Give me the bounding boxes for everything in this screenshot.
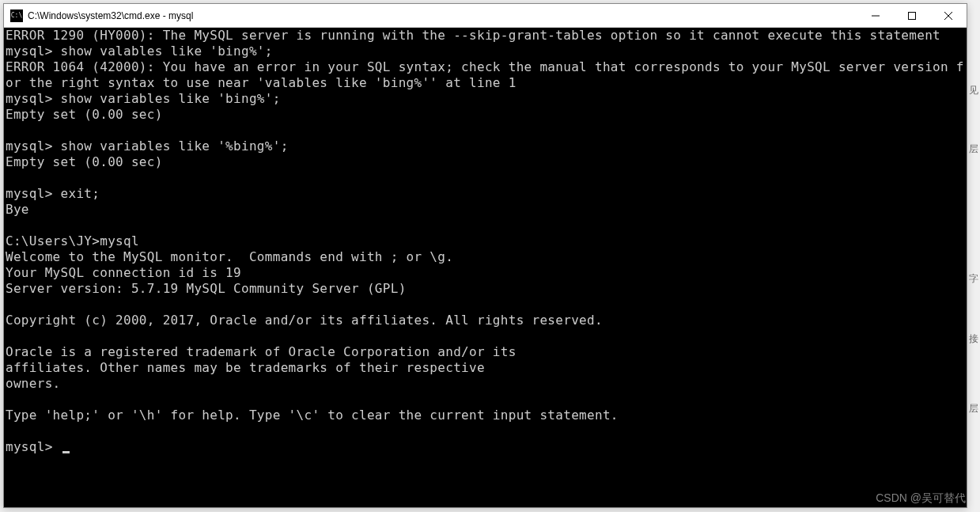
terminal-line: Copyright (c) 2000, 2017, Oracle and/or … [6,313,965,328]
terminal-line: ERROR 1064 (42000): You have an error in… [6,59,965,91]
terminal-line: owners. [6,376,965,392]
cmd-icon: C:\ [10,9,23,22]
terminal-line [6,423,965,439]
terminal-line: mysql> show variables like '%bing%'; [6,138,965,154]
terminal-line: mysql> [6,439,965,455]
terminal-line: mysql> show variables like 'bing%'; [6,91,965,107]
window-title: C:\Windows\system32\cmd.exe - mysql [28,10,857,21]
terminal-line: mysql> show valables like 'bing%'; [6,44,965,59]
terminal-line: Oracle is a registered trademark of Orac… [6,344,965,360]
terminal-line: Empty set (0.00 sec) [6,154,965,170]
terminal-line [6,123,965,138]
terminal-line: Your MySQL connection id is 19 [6,265,965,281]
terminal-line [6,297,965,313]
cursor [62,451,70,453]
terminal-line: affiliates. Other names may be trademark… [6,360,965,376]
terminal-line [6,218,965,233]
cmd-window: C:\ C:\Windows\system32\cmd.exe - mysql … [3,3,967,508]
minimize-icon [872,12,880,20]
svg-rect-1 [909,12,916,19]
minimize-button[interactable] [857,4,894,27]
terminal-line: Server version: 5.7.19 MySQL Community S… [6,281,965,297]
maximize-button[interactable] [894,4,930,27]
terminal-line: mysql> exit; [6,186,965,202]
terminal-line: Welcome to the MySQL monitor. Commands e… [6,249,965,265]
terminal-line [6,392,965,408]
titlebar[interactable]: C:\ C:\Windows\system32\cmd.exe - mysql [4,4,967,28]
terminal-line: Bye [6,202,965,218]
terminal-line: C:\Users\JY>mysql [6,233,965,249]
bg-char: 见 [969,84,980,97]
terminal-line: Type 'help;' or '\h' for help. Type '\c'… [6,408,965,423]
bg-char: 层 [969,142,980,156]
bg-char: 接 [969,332,980,346]
bg-char: 字 [969,272,980,286]
terminal-line [6,170,965,186]
close-button[interactable] [930,4,967,27]
bg-char: 层 [969,402,980,415]
window-controls [857,4,967,27]
terminal-line: Empty set (0.00 sec) [6,107,965,123]
close-icon [944,12,952,20]
terminal-output[interactable]: ERROR 1290 (HY000): The MySQL server is … [4,28,967,507]
terminal-line [6,328,965,344]
maximize-icon [908,12,916,20]
terminal-line: ERROR 1290 (HY000): The MySQL server is … [6,28,965,44]
